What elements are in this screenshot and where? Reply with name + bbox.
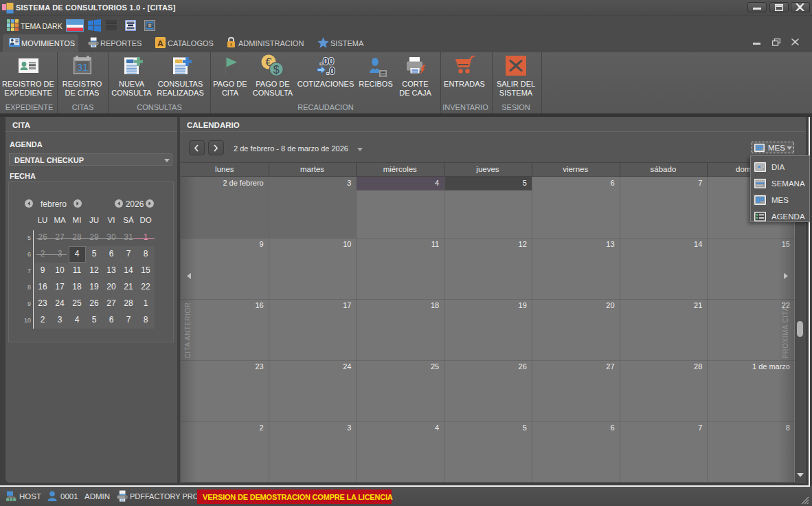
svg-text:A: A <box>157 39 163 47</box>
svg-text:.0: .0 <box>326 65 335 75</box>
svg-text:$: $ <box>273 64 280 76</box>
svg-text:31: 31 <box>77 61 89 73</box>
